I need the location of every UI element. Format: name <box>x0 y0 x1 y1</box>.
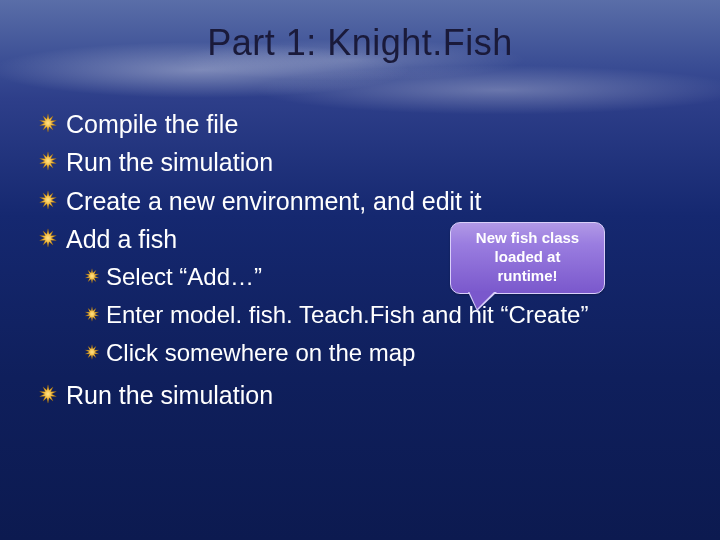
list-item-label: Run the simulation <box>66 377 273 413</box>
callout-line: New fish class <box>459 229 596 248</box>
list-item-label: Click somewhere on the map <box>106 335 415 371</box>
bullet-list-level-1-continued: Run the simulation <box>38 377 682 413</box>
list-item-label: Enter model. fish. Teach.Fish and hit “C… <box>106 297 588 333</box>
list-item: Enter model. fish. Teach.Fish and hit “C… <box>84 297 682 333</box>
callout-bubble: New fish class loaded at runtime! <box>450 222 605 294</box>
callout-line: runtime! <box>459 267 596 286</box>
list-item: Create a new environment, and edit it <box>38 183 682 219</box>
starburst-icon <box>84 306 100 322</box>
slide-container: Part 1: Knight.Fish Compile the file Run… <box>0 0 720 540</box>
starburst-icon <box>38 228 58 248</box>
starburst-icon <box>38 190 58 210</box>
list-item: Compile the file <box>38 106 682 142</box>
starburst-icon <box>38 113 58 133</box>
slide-title: Part 1: Knight.Fish <box>38 22 682 64</box>
list-item: Click somewhere on the map <box>84 335 682 371</box>
callout-line: loaded at <box>459 248 596 267</box>
starburst-icon <box>38 151 58 171</box>
list-item: Run the simulation <box>38 144 682 180</box>
list-item-label: Select “Add…” <box>106 259 262 295</box>
starburst-icon <box>38 384 58 404</box>
starburst-icon <box>84 268 100 284</box>
starburst-icon <box>84 344 100 360</box>
list-item-label: Create a new environment, and edit it <box>66 183 482 219</box>
list-item-label: Run the simulation <box>66 144 273 180</box>
list-item: Run the simulation <box>38 377 682 413</box>
list-item-label: Compile the file <box>66 106 238 142</box>
list-item-label: Add a fish <box>66 221 177 257</box>
